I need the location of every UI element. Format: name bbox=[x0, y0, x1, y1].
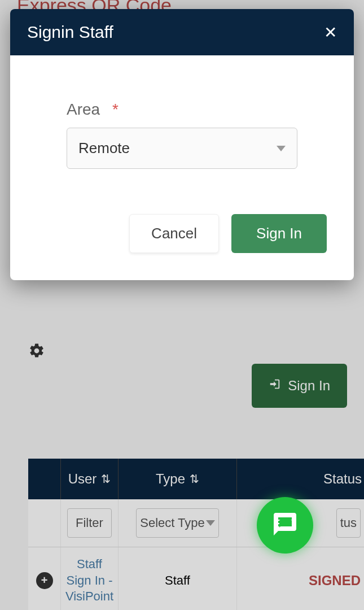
chat-fab-button[interactable] bbox=[257, 497, 313, 554]
modal-title: Signin Staff bbox=[27, 23, 113, 42]
chat-icon bbox=[271, 511, 299, 540]
area-select-value: Remote bbox=[78, 140, 130, 157]
modal-header: Signin Staff ✕ bbox=[10, 9, 354, 55]
cancel-button[interactable]: Cancel bbox=[129, 214, 219, 253]
caret-down-icon bbox=[277, 146, 286, 151]
required-indicator: * bbox=[112, 101, 119, 118]
area-label-text: Area bbox=[67, 101, 100, 118]
signin-button[interactable]: Sign In bbox=[231, 214, 327, 253]
area-field-label: Area * bbox=[67, 101, 297, 119]
modal-body: Area * Remote bbox=[10, 55, 354, 203]
close-icon[interactable]: ✕ bbox=[324, 23, 337, 42]
modal-footer: Cancel Sign In bbox=[10, 203, 354, 280]
signin-staff-modal: Signin Staff ✕ Area * Remote Cancel Sign… bbox=[10, 9, 354, 280]
area-select[interactable]: Remote bbox=[67, 128, 297, 169]
